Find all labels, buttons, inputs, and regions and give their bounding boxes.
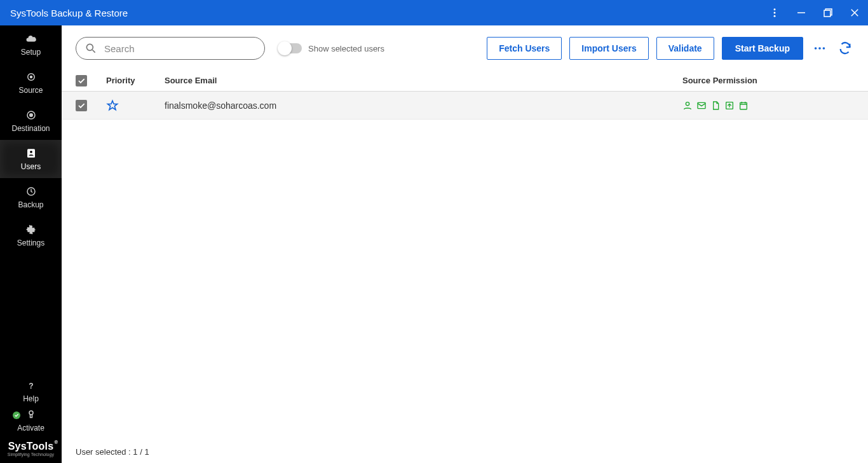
more-horiz-icon[interactable] <box>811 39 829 57</box>
sidebar-item-label: Settings <box>17 238 44 247</box>
permission-icons <box>682 100 854 111</box>
svg-text:?: ? <box>29 381 33 390</box>
svg-point-22 <box>686 102 689 105</box>
brand-tagline: Simplifying Technology <box>4 452 58 457</box>
backup-icon <box>25 186 37 197</box>
sidebar-item-users[interactable]: Users <box>0 140 62 178</box>
row-checkbox[interactable] <box>76 100 87 111</box>
toggle-show-selected[interactable]: Show selected users <box>279 43 384 53</box>
header-source-email: Source Email <box>165 76 682 85</box>
svg-rect-5 <box>824 10 831 17</box>
svg-point-9 <box>30 76 32 78</box>
refresh-icon[interactable] <box>836 39 854 57</box>
minimize-icon[interactable] <box>796 7 807 18</box>
titlebar: SysTools Backup & Restore <box>0 0 868 25</box>
svg-rect-12 <box>27 149 35 158</box>
perm-calendar-icon <box>738 100 749 111</box>
sidebar-item-label: Users <box>21 162 41 171</box>
sidebar-item-help[interactable]: ? Help <box>0 377 62 405</box>
window-controls <box>769 7 860 18</box>
cloud-icon <box>25 33 37 45</box>
activate-icon <box>25 409 37 420</box>
header-priority: Priority <box>106 76 165 85</box>
toolbar: Show selected users Fetch Users Import U… <box>62 25 868 70</box>
svg-point-21 <box>823 47 825 50</box>
import-users-button[interactable]: Import Users <box>569 37 648 60</box>
svg-line-18 <box>93 50 95 53</box>
svg-point-11 <box>29 113 32 116</box>
users-icon <box>25 148 37 159</box>
row-email: finalsmoke@soharcoas.com <box>165 100 682 111</box>
sidebar-item-label: Help <box>23 394 39 403</box>
svg-point-20 <box>818 47 821 50</box>
toggle-switch[interactable] <box>279 43 302 53</box>
table-header: Priority Source Email Source Permission <box>62 70 868 92</box>
more-vert-icon[interactable] <box>769 7 780 18</box>
priority-star-icon[interactable] <box>106 99 119 112</box>
sidebar-item-backup[interactable]: Backup <box>0 178 62 216</box>
help-icon: ? <box>25 380 37 391</box>
validate-button[interactable]: Validate <box>656 37 714 60</box>
destination-icon <box>25 109 37 121</box>
svg-point-1 <box>774 12 776 14</box>
svg-point-0 <box>774 8 776 10</box>
brand-logo: SysTools® Simplifying Technology <box>0 436 62 463</box>
gear-icon <box>25 224 37 235</box>
sidebar: Setup Source Destination Users Backup Se… <box>0 25 62 463</box>
sidebar-item-destination[interactable]: Destination <box>0 102 62 140</box>
fetch-users-button[interactable]: Fetch Users <box>487 37 562 60</box>
status-dot-icon <box>13 411 20 419</box>
perm-contact-icon <box>682 100 693 111</box>
status-bar: User selected : 1 / 1 <box>62 440 868 463</box>
app-title: SysTools Backup & Restore <box>8 8 769 18</box>
header-source-permission: Source Permission <box>682 76 854 85</box>
perm-document-icon <box>710 100 721 111</box>
maximize-icon[interactable] <box>822 7 834 18</box>
perm-mail-icon <box>696 100 707 111</box>
sidebar-item-source[interactable]: Source <box>0 64 62 102</box>
brand-name: SysTools <box>8 441 54 452</box>
toggle-label: Show selected users <box>308 44 384 53</box>
select-all-checkbox[interactable] <box>76 75 87 86</box>
svg-point-16 <box>29 411 33 415</box>
perm-image-icon <box>724 100 735 111</box>
sidebar-item-label: Backup <box>18 200 43 209</box>
svg-rect-25 <box>740 102 747 109</box>
sidebar-item-label: Destination <box>11 124 50 133</box>
sidebar-item-setup[interactable]: Setup <box>0 25 62 64</box>
sidebar-item-label: Source <box>18 86 43 95</box>
sidebar-item-label: Activate <box>17 424 44 432</box>
brand-reg: ® <box>54 439 58 445</box>
sidebar-item-label: Setup <box>21 48 41 57</box>
sidebar-item-activate[interactable]: Activate <box>0 405 62 436</box>
source-icon <box>25 71 37 83</box>
search-icon <box>85 42 97 55</box>
status-text: User selected : 1 / 1 <box>76 447 149 457</box>
start-backup-button[interactable]: Start Backup <box>722 37 803 60</box>
search-input[interactable] <box>76 37 265 60</box>
svg-point-2 <box>774 15 776 17</box>
svg-point-13 <box>30 150 32 153</box>
close-icon[interactable] <box>849 7 860 18</box>
search-wrap <box>76 37 265 60</box>
sidebar-item-settings[interactable]: Settings <box>0 216 62 254</box>
svg-point-17 <box>86 44 93 50</box>
svg-point-19 <box>815 47 817 50</box>
users-table: Priority Source Email Source Permission … <box>62 70 868 440</box>
main-panel: Show selected users Fetch Users Import U… <box>62 25 868 463</box>
table-row[interactable]: finalsmoke@soharcoas.com <box>62 92 868 120</box>
